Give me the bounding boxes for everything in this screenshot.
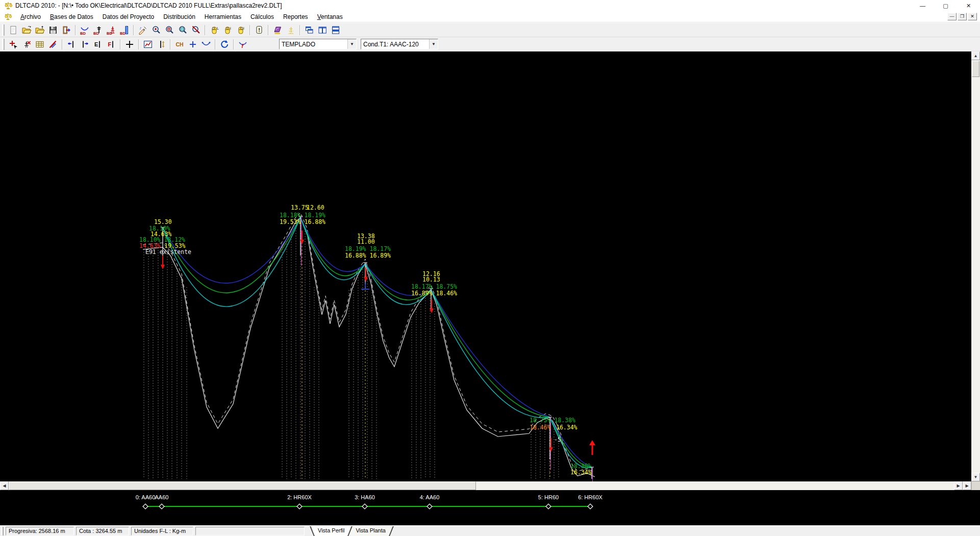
- menu-c-lculos[interactable]: Cálculos: [246, 12, 279, 21]
- unidades-panel: Unidades F-L : Kg-m: [131, 527, 193, 535]
- toolbar-grip[interactable]: [2, 24, 5, 36]
- import-file-button[interactable]: [33, 24, 46, 36]
- blue-catenary-icon: [201, 39, 211, 49]
- chart-view-button[interactable]: [141, 38, 155, 50]
- menu-herramientas[interactable]: Herramientas: [200, 12, 246, 21]
- scroll-up-arrow[interactable]: ▲: [971, 52, 980, 60]
- toolbar-grip[interactable]: [2, 39, 5, 50]
- scroll-left-arrow[interactable]: ◀: [0, 481, 9, 490]
- exit-button[interactable]: [60, 24, 73, 36]
- toolbar-area: BDBDBDBDLii! EFCHfTEMPLADO▼Cond.T1: AAAC…: [0, 22, 980, 52]
- recalculate-button[interactable]: [218, 38, 231, 50]
- mouse-mid-mode-button[interactable]: i: [221, 24, 234, 36]
- pole-right-icon: [80, 39, 90, 49]
- folder-open-icon: [21, 25, 32, 35]
- minimize-button[interactable]: —: [911, 0, 934, 11]
- chevron-down-icon[interactable]: ▼: [429, 39, 438, 49]
- add-structure-button[interactable]: [7, 38, 20, 50]
- move-pole-right-button[interactable]: [78, 38, 91, 50]
- pole-label: 5: HR60: [538, 494, 559, 500]
- scroll-right-arrow[interactable]: ▶: [954, 481, 963, 490]
- mouse-right-mode-button[interactable]: i: [234, 24, 247, 36]
- vertical-scroll-thumb[interactable]: [972, 61, 979, 77]
- horizontal-scrollbar[interactable]: ◀ ▶ ▶: [0, 481, 980, 490]
- mouse-left-mode-button[interactable]: L: [208, 24, 221, 36]
- zoom-window-button[interactable]: [176, 24, 189, 36]
- open-file-button[interactable]: [20, 24, 33, 36]
- pole-height-button[interactable]: [155, 38, 168, 50]
- vertical-scrollbar[interactable]: ▲ ▼: [971, 52, 980, 481]
- menu-bases-de-datos[interactable]: Bases de Datos: [45, 12, 98, 21]
- template-select-value: TEMPLADO: [280, 41, 347, 48]
- structure-table-button[interactable]: [33, 38, 46, 50]
- mdi-close-button[interactable]: ✕: [968, 13, 977, 20]
- db-cables-button[interactable]: BD: [118, 24, 131, 36]
- windows-cascade-button[interactable]: [303, 24, 316, 36]
- status-grip: [2, 527, 4, 535]
- edit-structure-button[interactable]: [20, 38, 33, 50]
- add-node-button[interactable]: [186, 38, 199, 50]
- profile-label: 13.75: [291, 204, 309, 211]
- zoom-out-button[interactable]: [163, 24, 176, 36]
- notes-button[interactable]: [271, 24, 284, 36]
- delete-structure-button[interactable]: [46, 38, 60, 50]
- info-button[interactable]: !: [253, 24, 266, 36]
- profile-label: E91 existente: [145, 248, 191, 256]
- exit-door-icon: [61, 25, 71, 35]
- zoom-in-button[interactable]: [149, 24, 163, 36]
- conductor-select[interactable]: Cond.T1: AAAC-120▼: [361, 39, 438, 49]
- new-file-button[interactable]: [7, 24, 20, 36]
- pole-e-button[interactable]: E: [91, 38, 105, 50]
- scroll-right-arrow-2[interactable]: ▶: [963, 481, 971, 490]
- template-select[interactable]: TEMPLADO▼: [279, 39, 357, 49]
- menu-datos-del-proyecto[interactable]: Datos del Proyecto: [98, 12, 159, 21]
- sag-function-button[interactable]: f: [236, 38, 249, 50]
- menu-distribuci-n[interactable]: Distribución: [159, 12, 200, 21]
- zoom-off-icon: [191, 25, 201, 35]
- db-towers-button[interactable]: BD: [105, 24, 118, 36]
- toolbar-divider: [215, 39, 216, 49]
- windows-tile-vertical-button[interactable]: [316, 24, 329, 36]
- zoom-off-button[interactable]: [189, 24, 203, 36]
- save-button[interactable]: [46, 24, 60, 36]
- menu-archivo[interactable]: Archivo: [16, 12, 45, 21]
- svg-text:BD: BD: [93, 31, 99, 35]
- pole-f-button[interactable]: F: [105, 38, 118, 50]
- tab-vista-planta[interactable]: Vista Planta: [350, 526, 391, 536]
- toolbar-divider: [299, 25, 300, 35]
- bd-tower-icon: BD: [106, 25, 116, 35]
- windows-tile-horizontal-button[interactable]: [329, 24, 342, 36]
- catenary-button[interactable]: [199, 38, 213, 50]
- db-poles-button[interactable]: BD: [91, 24, 105, 36]
- bd-catenary-icon: BD: [80, 25, 90, 35]
- scroll-down-arrow[interactable]: ▼: [971, 473, 980, 481]
- zoom-out-icon: [164, 25, 174, 35]
- sketch-tool-button[interactable]: [136, 24, 149, 36]
- toolbar-divider: [138, 39, 139, 49]
- pole-left-icon: [66, 39, 77, 49]
- crosshair-button[interactable]: [123, 38, 136, 50]
- db-conductors-button[interactable]: BD: [78, 24, 91, 36]
- progresiva-panel: Progresiva: 2568.16 m: [6, 527, 74, 535]
- move-pole-left-button[interactable]: [65, 38, 78, 50]
- profile-label: 11.00: [357, 238, 375, 245]
- ch-button[interactable]: CH: [173, 38, 186, 50]
- menu-reportes[interactable]: Reportes: [279, 12, 313, 21]
- mdi-restore-button[interactable]: ❐: [958, 13, 967, 20]
- structure-table-icon: [35, 39, 45, 49]
- info-icon: !: [254, 25, 264, 35]
- close-button[interactable]: ✕: [957, 0, 980, 11]
- win-tile-v-icon: [317, 25, 328, 35]
- chevron-down-icon[interactable]: ▼: [347, 39, 356, 49]
- mdi-minimize-button[interactable]: —: [947, 13, 957, 20]
- tab-vista-perfil[interactable]: Vista Perfil: [313, 526, 349, 536]
- pole-node: [362, 504, 367, 509]
- scrollbar-corner: [971, 481, 980, 490]
- pole-label: AA60: [155, 494, 169, 500]
- horizontal-scroll-thumb[interactable]: [9, 481, 476, 490]
- ghost-structure-button[interactable]: [284, 24, 297, 36]
- menu-ventanas[interactable]: Ventanas: [313, 12, 347, 21]
- maximize-button[interactable]: ▢: [934, 0, 957, 11]
- catenary-cyan: [163, 217, 300, 307]
- profile-canvas[interactable]: 15.3018.10%14.63%18.10% 18.12%14.63%19.5…: [0, 52, 980, 481]
